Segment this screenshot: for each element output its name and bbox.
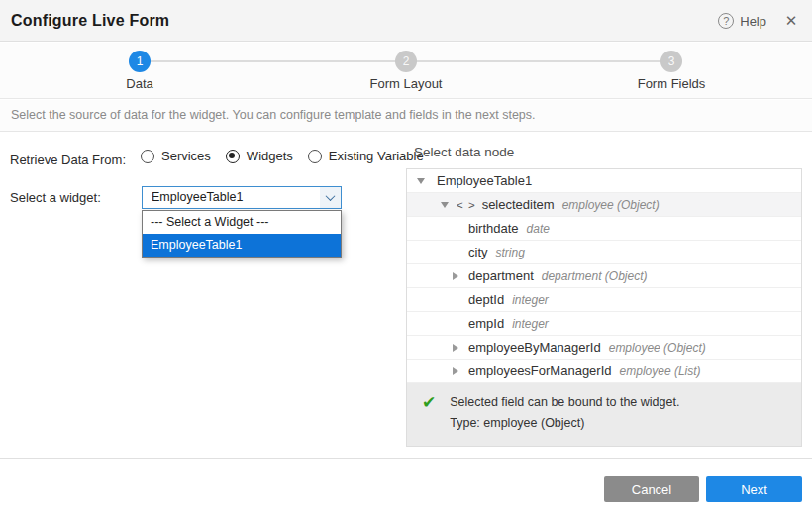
next-button[interactable]: Next xyxy=(706,476,802,502)
widget-select-value: EmployeeTable1 xyxy=(152,187,243,208)
tree-row-city[interactable]: city string xyxy=(407,241,801,264)
tree-node-name: birthdate xyxy=(468,221,519,236)
tree-row-employeetable1[interactable]: EmployeeTable1 xyxy=(407,169,801,193)
tree-row-employeebymanagerid[interactable]: employeeByManagerId employee (Object) xyxy=(407,336,801,360)
tree-row-deptid[interactable]: deptId integer xyxy=(407,288,801,312)
configure-live-form-dialog: Configure Live Form ? Help ✕ 1 2 3 Data … xyxy=(0,0,812,517)
caret-right-icon[interactable] xyxy=(453,344,458,352)
tree-node-name: employeesForManagerId xyxy=(468,363,612,378)
tree-node-type: date xyxy=(527,222,550,236)
step-2-label: Form Layout xyxy=(347,76,465,91)
caret-right-icon[interactable] xyxy=(453,272,458,280)
code-icon xyxy=(457,199,476,211)
tree-node-name: department xyxy=(468,268,534,283)
widget-select[interactable]: EmployeeTable1 xyxy=(142,186,342,209)
tree-node-name: selecteditem xyxy=(482,197,555,212)
select-data-node-heading: Select data node xyxy=(414,145,514,159)
select-widget-label: Select a widget: xyxy=(10,190,101,205)
caret-right-icon[interactable] xyxy=(453,367,458,375)
caret-down-icon[interactable] xyxy=(417,178,425,184)
status-line2: Type: employee (Object) xyxy=(450,413,679,434)
check-icon: ✔ xyxy=(422,392,436,434)
step-2-circle[interactable]: 2 xyxy=(395,51,417,72)
status-line1: Selected field can be bound to the widge… xyxy=(450,392,679,413)
retrieve-data-from-label: Retrieve Data From: xyxy=(10,153,126,167)
tree-node-name: employeeByManagerId xyxy=(468,340,601,355)
step-3-circle[interactable]: 3 xyxy=(660,51,682,72)
page-title: Configure Live Form xyxy=(11,0,169,42)
close-icon[interactable]: ✕ xyxy=(780,0,802,42)
caret-down-icon[interactable] xyxy=(441,202,449,208)
cancel-button[interactable]: Cancel xyxy=(604,476,699,502)
tree-row-empid[interactable]: empId integer xyxy=(407,312,801,336)
radio-widgets[interactable]: Widgets xyxy=(226,149,293,163)
tree-node-type: integer xyxy=(512,317,549,331)
tree-row-employeesformanagerid[interactable]: employeesForManagerId employee (List) xyxy=(407,360,801,383)
data-node-tree: EmployeeTable1 selecteditem employee (Ob… xyxy=(406,168,802,447)
tree-node-type: department (Object) xyxy=(542,269,648,283)
widget-dropdown-list: --- Select a Widget --- EmployeeTable1 xyxy=(142,210,342,258)
dropdown-option-placeholder[interactable]: --- Select a Widget --- xyxy=(143,211,341,234)
tree-node-type: employee (Object) xyxy=(609,341,706,355)
step-description: Select the source of data for the widget… xyxy=(0,100,812,132)
radio-widgets-circle[interactable] xyxy=(226,150,240,163)
radio-services-label[interactable]: Services xyxy=(161,149,211,163)
step-1-circle[interactable]: 1 xyxy=(129,51,151,72)
tree-node-name: city xyxy=(468,245,488,259)
tree-node-name: deptId xyxy=(468,292,504,307)
tree-node-name: empId xyxy=(468,316,504,331)
radio-existing-variable[interactable]: Existing Variable xyxy=(308,149,424,163)
help-label: Help xyxy=(740,14,766,29)
tree-row-birthdate[interactable]: birthdate date xyxy=(407,217,801,241)
tree-row-department[interactable]: department department (Object) xyxy=(407,264,801,288)
dropdown-option-employeetable1[interactable]: EmployeeTable1 xyxy=(143,234,341,257)
radio-existing-variable-label[interactable]: Existing Variable xyxy=(329,149,424,163)
binding-status-message: ✔ Selected field can be bound to the wid… xyxy=(407,383,801,446)
step-3-label: Form Fields xyxy=(612,76,731,91)
tree-node-type: employee (List) xyxy=(620,364,701,378)
tree-node-type: string xyxy=(496,246,525,259)
tree-node-name: EmployeeTable1 xyxy=(437,173,532,188)
tree-node-type: employee (Object) xyxy=(562,198,660,212)
step-1-label: Data xyxy=(80,76,199,91)
radio-services-circle[interactable] xyxy=(141,150,154,163)
radio-services[interactable]: Services xyxy=(141,149,211,163)
radio-existing-variable-circle[interactable] xyxy=(308,150,322,163)
tree-node-type: integer xyxy=(512,293,549,307)
footer-divider xyxy=(0,458,812,459)
radio-widgets-label[interactable]: Widgets xyxy=(247,149,293,163)
dialog-header: Configure Live Form ? Help ✕ xyxy=(0,0,812,42)
retrieve-data-radio-group: Services Widgets Existing Variable xyxy=(141,149,424,163)
tree-row-selecteditem[interactable]: selecteditem employee (Object) xyxy=(407,193,801,217)
help-icon: ? xyxy=(718,13,734,29)
help-button[interactable]: ? Help xyxy=(718,0,766,42)
chevron-down-icon xyxy=(326,191,336,201)
dropdown-arrow-button[interactable] xyxy=(320,187,341,208)
